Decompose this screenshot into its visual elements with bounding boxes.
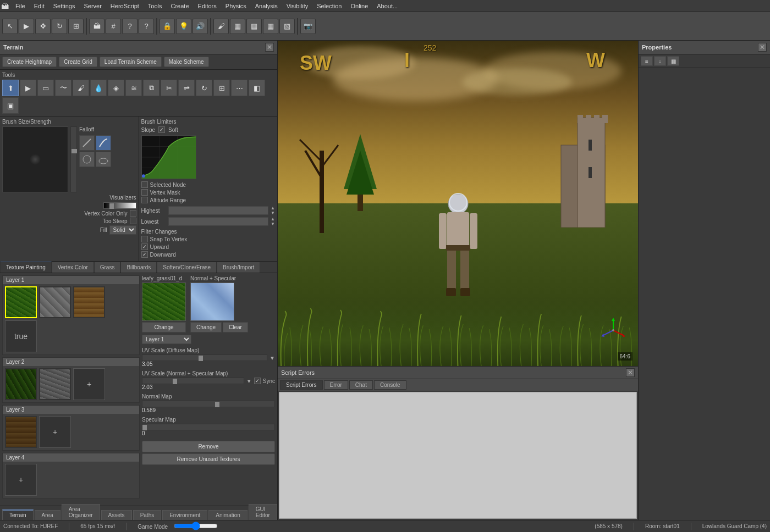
toolbar-terrain[interactable]: 🏔 [89, 19, 105, 34]
prop-btn-1[interactable]: ≡ [641, 56, 653, 66]
uv-diffuse-slider[interactable] [142, 354, 267, 361]
tab-environment[interactable]: Environment [162, 510, 207, 520]
tool-paint[interactable]: 🖌 [73, 80, 89, 96]
toolbar-sound[interactable]: 🔊 [193, 19, 208, 34]
prop-btn-3[interactable]: ▦ [667, 56, 679, 66]
toolbar-bulb[interactable]: 💡 [176, 19, 191, 34]
shape-smooth2[interactable] [96, 152, 111, 167]
tool-smooth[interactable]: 〜 [55, 80, 72, 96]
highest-input[interactable] [168, 206, 269, 215]
tool-erode[interactable]: 💧 [90, 80, 107, 96]
tool-raise[interactable]: ⬆ [2, 80, 19, 96]
too-steep-checkbox[interactable] [130, 218, 136, 224]
toolbar-view2[interactable]: ▦ [246, 19, 262, 34]
layer-1-tex-2[interactable] [39, 286, 71, 318]
tab-vertex-color[interactable]: Vertex Color [52, 262, 94, 273]
falloff-linear[interactable] [79, 135, 95, 151]
tab-grass[interactable]: Grass [94, 262, 121, 273]
tool-noise[interactable]: ≋ [125, 80, 142, 96]
toolbar-grid[interactable]: # [106, 19, 121, 34]
tool-clone[interactable]: ⧉ [143, 80, 160, 96]
tab-texture-painting[interactable]: Texture Painting [0, 262, 52, 273]
shape-round[interactable] [79, 152, 95, 167]
layer-dropdown[interactable]: Layer 1 [142, 335, 191, 344]
script-tab-error[interactable]: Error [324, 380, 348, 390]
menu-selection[interactable]: Selection [312, 2, 346, 10]
menu-about[interactable]: About... [372, 2, 402, 10]
menu-tools[interactable]: Tools [144, 2, 167, 10]
vertex-mask-checkbox[interactable] [141, 189, 148, 196]
normal-clear-btn[interactable]: Clear [223, 322, 248, 332]
toolbar-view4[interactable]: ▧ [279, 19, 295, 34]
layer-1-add-btn[interactable]: true [5, 320, 37, 352]
menu-online[interactable]: Online [346, 2, 372, 10]
diffuse-change-btn[interactable]: Change [142, 322, 186, 332]
lowest-down[interactable]: ▼ [271, 221, 275, 226]
tab-billboards[interactable]: Billboards [120, 262, 157, 273]
remove-btn[interactable]: Remove [142, 441, 275, 452]
viewport[interactable]: SW I W 252 64:6 [278, 41, 638, 366]
create-grid-btn[interactable]: Create Grid [59, 57, 97, 67]
menu-analysis[interactable]: Analysis [251, 2, 282, 10]
load-terrain-scheme-btn[interactable]: Load Terrain Scheme [100, 57, 162, 67]
script-tab-console[interactable]: Console [374, 380, 406, 390]
visualizers-slider[interactable] [103, 202, 136, 209]
toolbar-paint[interactable]: 🖌 [213, 19, 229, 34]
terrain-panel-close[interactable]: ✕ [265, 43, 274, 52]
toolbar-lock[interactable]: 🔒 [160, 19, 175, 34]
lowest-input[interactable] [168, 217, 269, 226]
toolbar-help1[interactable]: ? [122, 19, 138, 34]
tool-dots[interactable]: ⋯ [231, 80, 248, 96]
layer-3-add-btn[interactable]: + [39, 416, 71, 448]
toolbar-pointer[interactable]: ▶ [19, 19, 34, 34]
tool-grid[interactable]: ⊞ [213, 80, 230, 96]
layer-4-add-btn[interactable]: + [5, 464, 37, 496]
tab-paths[interactable]: Paths [133, 510, 162, 520]
toolbar-screenshot[interactable]: 📷 [300, 19, 316, 34]
tab-gui-editor[interactable]: GUI Editor [249, 504, 277, 520]
tool-extra2[interactable]: ▣ [2, 97, 19, 114]
normal-map-slider[interactable] [142, 401, 275, 407]
tool-mirror[interactable]: ⇌ [178, 80, 195, 96]
normal-change-btn[interactable]: Change [190, 322, 222, 332]
layer-2-add-btn[interactable]: + [73, 368, 105, 400]
uv-normal-arrow[interactable]: ▼ [246, 378, 252, 384]
uv-diffuse-arrow[interactable]: ▼ [270, 355, 275, 361]
selected-node-checkbox[interactable] [141, 181, 148, 188]
menu-physics[interactable]: Physics [221, 2, 251, 10]
tool-stamp[interactable]: ◈ [108, 80, 124, 96]
toolbar-view1[interactable]: ▦ [230, 19, 245, 34]
uv-normal-slider[interactable] [142, 378, 244, 384]
toolbar-select[interactable]: ↖ [2, 19, 18, 34]
brush-strength-slider[interactable] [70, 126, 77, 192]
fill-select[interactable]: Solid [109, 225, 136, 235]
toolbar-move[interactable]: ✥ [35, 19, 51, 34]
remove-unused-btn[interactable]: Remove Unused Textures [142, 453, 275, 465]
soft-checkbox[interactable] [158, 126, 165, 133]
script-errors-close[interactable]: ✕ [626, 368, 635, 377]
downward-checkbox[interactable] [141, 251, 148, 258]
menu-editors[interactable]: Editors [194, 2, 221, 10]
toolbar-help2[interactable]: ? [139, 19, 154, 34]
layer-1-tex-3[interactable] [73, 286, 105, 318]
toolbar-rotate[interactable]: ↻ [52, 19, 67, 34]
vertex-color-checkbox[interactable] [130, 210, 136, 217]
menu-settings[interactable]: Settings [49, 2, 80, 10]
layer-1-tex-1[interactable] [5, 286, 37, 318]
specular-map-slider[interactable] [142, 424, 275, 430]
tool-flatten[interactable]: ▭ [37, 80, 54, 96]
menu-visibility[interactable]: Visibility [282, 2, 313, 10]
menu-heroscript[interactable]: HeroScript [106, 2, 144, 10]
upward-checkbox[interactable] [141, 243, 148, 250]
tab-area[interactable]: Area [35, 510, 61, 520]
tab-assets[interactable]: Assets [101, 510, 132, 520]
script-tab-errors[interactable]: Script Errors [280, 380, 323, 390]
lowest-up[interactable]: ▲ [271, 217, 275, 221]
tool-extra1[interactable]: ◧ [249, 80, 265, 96]
tab-brush-import[interactable]: Brush/Import [217, 262, 260, 273]
make-scheme-btn[interactable]: Make Scheme [164, 57, 209, 67]
tab-terrain[interactable]: Terrain [2, 509, 34, 520]
altitude-range-checkbox[interactable] [141, 197, 148, 203]
menu-create[interactable]: Create [167, 2, 194, 10]
highest-down[interactable]: ▼ [271, 210, 275, 215]
